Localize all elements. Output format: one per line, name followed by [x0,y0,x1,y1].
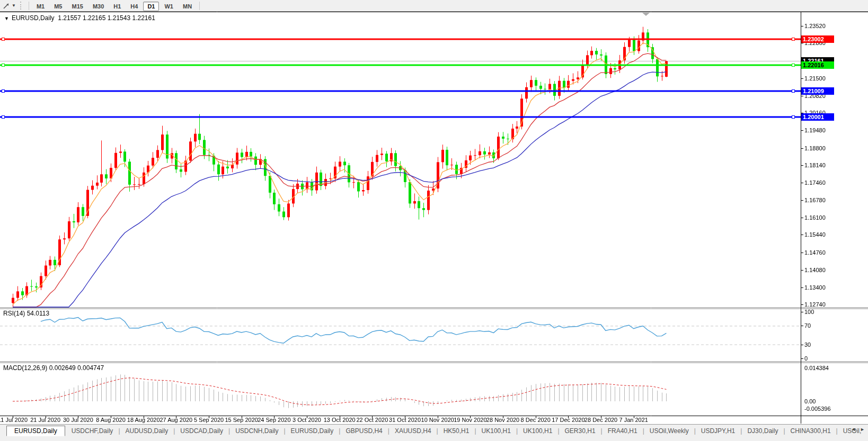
tab-usdjpy-h1[interactable]: USDJPY,H1 [696,426,740,436]
date-label: 18 Aug 2020 [127,417,160,423]
tab-uk100-h1[interactable]: UK100,H1 [518,426,557,436]
tab-usoil-weekly[interactable]: USOil,Weekly [644,426,694,436]
chart-tabs: EURUSD,DailyUSDCHF,Daily|AUDUSD,Daily|US… [6,426,866,436]
rsi-tick: 30 [804,341,811,348]
date-label: 28 Nov 2020 [486,417,519,423]
tab-scroll-arrows: ◄ ► [851,427,865,432]
tab-eurusd-daily[interactable]: EURUSD,Daily [6,426,65,436]
timeframe-button-d1[interactable]: D1 [143,2,159,11]
macd-tick: -0.005396 [804,406,831,412]
tab-uk100-h1[interactable]: UK100,H1 [476,426,516,436]
tab-fra40-h1[interactable]: FRA40,H1 [603,426,643,436]
date-label: 30 Jul 2020 [63,417,93,423]
timeframe-toolbar: ▼ M1M5M15M30H1H4D1W1MN [0,0,868,12]
date-label: 24 Sep 2020 [258,417,290,423]
date-label: 27 Aug 2020 [160,417,192,423]
hline-label-1.23002: 1.23002 [801,35,834,43]
price-tick: 1.14080 [804,267,826,273]
timeframe-button-m5[interactable]: M5 [50,2,66,11]
chevron-down-icon[interactable]: ▼ [12,3,16,8]
ohlc-open: 1.21557 [58,14,81,22]
hline-label-1.21009: 1.21009 [801,87,834,95]
price-tick: 1.13400 [804,284,826,291]
price-tick: 1.18140 [804,162,826,168]
price-tick: 1.21500 [804,75,826,82]
timeframe-buttons: M1M5M15M30H1H4D1W1MN [32,1,197,11]
macd-tick: 0.00 [804,398,816,404]
tab-usdcnh-daily[interactable]: USDCNH,Daily [230,426,284,436]
price-tick: 1.16780 [804,197,826,203]
date-label: 3 Oct 2020 [293,417,321,423]
macd-tick: 0.014384 [804,365,829,371]
timeframe-button-m1[interactable]: M1 [32,2,49,11]
tab-hk50-h1[interactable]: HK50,H1 [438,426,475,436]
chart-tab-bar: EURUSD,DailyUSDCHF,Daily|AUDUSD,Daily|US… [0,424,868,441]
ohlc-high: 1.22165 [83,14,105,22]
tab-xauusd-h4[interactable]: XAUUSD,H4 [389,426,437,436]
date-label: 10 Nov 2020 [421,417,454,423]
price-tick: 1.15440 [804,231,826,238]
rsi-tick: 0 [804,355,808,362]
toolbar-separator [199,2,200,10]
macd-label: MACD(12,26,9) 0.002649 0.004747 [3,364,104,372]
toolbar-separator [29,2,29,10]
mt4-window: ▼ M1M5M15M30H1H4D1W1MN ▼EURUSD,Daily 1.2… [0,0,868,441]
date-label: 22 Oct 2020 [356,417,388,423]
tab-china300-h1[interactable]: CHINA300,H1 [785,426,836,436]
date-label: 11 Jul 2020 [0,417,28,423]
date-label: 17 Dec 2020 [552,417,584,423]
crosshair-cursor-icon[interactable] [1,1,12,10]
chart-title: ▼EURUSD,Daily 1.21557 1.22165 1.21543 1.… [4,14,155,22]
date-label: 8 Dec 2020 [521,417,551,423]
tab-usdcad-daily[interactable]: USDCAD,Daily [175,426,228,436]
tab-eurusd-daily[interactable]: EURUSD,Daily [286,426,339,436]
rsi-tick: 100 [804,309,814,315]
hline-label-1.22016: 1.22016 [801,61,834,69]
tab-scroll-left-icon[interactable]: ◄ [851,427,856,432]
ohlc-close: 1.22161 [132,14,155,22]
tab-ger30-h1[interactable]: GER30,H1 [560,426,601,436]
tab-dj30-daily[interactable]: DJ30,Daily [742,426,783,436]
symbol-label: EURUSD,Daily [12,14,55,22]
timeframe-button-m15[interactable]: M15 [67,2,87,11]
hline-label-1.20001: 1.20001 [801,113,834,121]
tab-usdchf-daily[interactable]: USDCHF,Daily [66,426,119,436]
date-label: 21 Jul 2020 [30,417,60,423]
timeframe-button-m30[interactable]: M30 [88,2,108,11]
timeframe-button-w1[interactable]: W1 [160,2,178,11]
date-label: 7 Jan 2021 [619,417,648,423]
date-label: 5 Sep 2020 [194,417,224,423]
date-label: 31 Oct 2020 [389,417,421,423]
price-tick: 1.16100 [804,214,826,221]
tab-gbpusd-h4[interactable]: GBPUSD,H4 [340,426,387,436]
collapse-triangle-icon[interactable]: ▼ [4,16,9,21]
date-label: 28 Dec 2020 [584,417,617,423]
price-tick: 1.23520 [804,23,826,29]
chart-canvas[interactable] [0,0,868,441]
timeframe-button-h1[interactable]: H1 [109,2,125,11]
price-tick: 1.14760 [804,249,826,256]
tab-scroll-right-icon[interactable]: ► [860,427,865,432]
price-tick: 1.17460 [804,179,826,186]
timeframe-button-h4[interactable]: H4 [126,2,142,11]
ohlc-low: 1.21543 [108,14,130,22]
rsi-label: RSI(14) 54.0113 [3,310,49,317]
date-label: 8 Aug 2020 [96,417,126,423]
price-tick: 1.12740 [804,301,826,308]
date-label: 15 Sep 2020 [225,417,258,423]
tab-audusd-daily[interactable]: AUDUSD,Daily [120,426,174,436]
toolbar-grip[interactable] [20,2,24,10]
date-label: 19 Nov 2020 [454,417,486,423]
timeframe-button-mn[interactable]: MN [179,2,196,11]
price-tick: 1.19480 [804,127,826,133]
price-tick: 1.18800 [804,145,826,151]
rsi-tick: 70 [804,322,811,329]
date-label: 13 Oct 2020 [324,417,356,423]
